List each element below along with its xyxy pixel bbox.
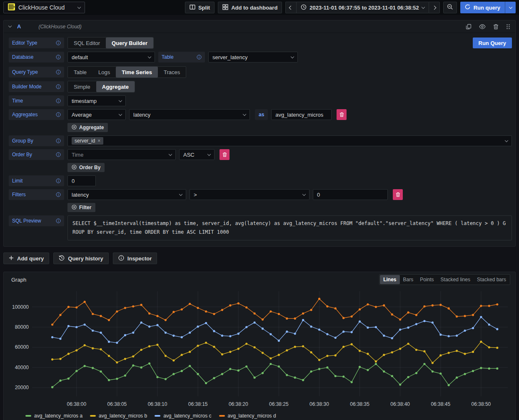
mode-points[interactable]: Points: [417, 275, 437, 284]
order-by-direction-select[interactable]: ASC: [179, 149, 215, 160]
chevron-down-icon: [207, 152, 211, 155]
zoom-out-icon: [447, 4, 453, 11]
legend-swatch: [90, 415, 96, 417]
info-icon[interactable]: [56, 138, 61, 143]
chart-legend: avg_latency_micros aavg_latency_micros b…: [25, 413, 510, 419]
info-icon[interactable]: [56, 40, 61, 45]
run-query-dropdown-button[interactable]: [505, 2, 516, 13]
add-to-dashboard-label: Add to dashboard: [231, 5, 277, 11]
legend-item[interactable]: avg_latency_micros d: [219, 413, 276, 419]
as-badge: as: [255, 109, 268, 120]
info-icon[interactable]: [56, 112, 61, 117]
query-history-button[interactable]: Query history: [53, 252, 109, 264]
panel-run-query-button[interactable]: Run Query: [473, 38, 512, 48]
chevron-down-icon: [291, 55, 294, 58]
database-select[interactable]: default: [67, 52, 155, 62]
aggregate-alias-input[interactable]: [271, 109, 332, 120]
aggregate-function-select[interactable]: Average: [67, 109, 126, 120]
tab-query-builder[interactable]: Query Builder: [106, 38, 153, 48]
mode-stacked-bars[interactable]: Stacked bars: [474, 275, 509, 284]
run-query-button[interactable]: Run query: [460, 2, 505, 13]
time-range-button[interactable]: 2023-11-01 06:37:55 to 2023-11-01 06:38:…: [296, 2, 428, 13]
drag-handle-icon[interactable]: [506, 24, 510, 30]
remove-query-button[interactable]: [493, 24, 499, 30]
add-query-button[interactable]: Add query: [3, 252, 49, 264]
remove-aggregate-button[interactable]: [337, 109, 347, 120]
remove-filter-button[interactable]: [393, 189, 403, 200]
group-by-tag: server_id ×: [72, 137, 103, 145]
time-shift-back-button[interactable]: [285, 2, 296, 13]
info-icon[interactable]: [56, 218, 61, 223]
add-filter-button[interactable]: Filter: [67, 203, 95, 212]
mode-bars[interactable]: Bars: [400, 275, 417, 284]
filter-operator-select[interactable]: >: [190, 189, 309, 200]
filter-field-select[interactable]: latency: [67, 189, 186, 200]
aggregate-column-select[interactable]: latency: [129, 109, 250, 120]
zoom-out-button[interactable]: [443, 2, 457, 13]
tab-simple[interactable]: Simple: [68, 81, 96, 92]
chevron-left-icon: [289, 5, 293, 10]
collapse-chevron-icon[interactable]: [8, 24, 12, 28]
query-ref-id: A: [17, 23, 21, 30]
info-icon[interactable]: [56, 192, 61, 197]
info-icon[interactable]: [56, 84, 61, 89]
time-shift-forward-button[interactable]: [429, 2, 440, 13]
limit-label: Limit: [9, 175, 64, 186]
group-by-select[interactable]: server_id ×: [67, 135, 512, 146]
legend-item[interactable]: avg_latency_micros b: [90, 413, 147, 419]
legend-swatch: [25, 415, 31, 417]
info-icon[interactable]: [56, 98, 61, 103]
chevron-down-icon: [148, 55, 151, 58]
info-icon[interactable]: [56, 152, 61, 157]
graph-panel: Graph Lines Bars Points Stacked lines St…: [3, 272, 516, 420]
chevron-down-icon: [421, 5, 424, 8]
graph-title: Graph: [11, 277, 26, 283]
query-editor-panel: A (ClickHouse Cloud) Editor Type SQL Edi…: [3, 20, 516, 247]
editor-type-tabs: SQL Editor Query Builder: [67, 37, 154, 49]
legend-item[interactable]: avg_latency_micros a: [25, 413, 82, 419]
filter-value-input[interactable]: [313, 189, 388, 200]
add-aggregate-button[interactable]: Aggregate: [67, 123, 108, 132]
duplicate-query-button[interactable]: [466, 24, 472, 30]
order-by-field-select[interactable]: Time: [67, 149, 176, 160]
query-actions: Add query Query history Inspector: [3, 252, 516, 264]
run-query-split-button: Run query: [460, 2, 516, 13]
sql-preview-label: SQL Preview: [9, 215, 64, 226]
legend-item[interactable]: avg_latency_micros c: [155, 413, 211, 419]
plus-icon: [9, 255, 14, 262]
info-icon[interactable]: [197, 55, 202, 60]
inspector-button[interactable]: Inspector: [113, 252, 157, 264]
tab-table[interactable]: Table: [68, 67, 92, 78]
hide-query-button[interactable]: [479, 24, 486, 30]
time-picker-group: 2023-11-01 06:37:55 to 2023-11-01 06:38:…: [285, 2, 439, 13]
graph-header: Graph Lines Bars Points Stacked lines St…: [9, 272, 510, 287]
time-column-select[interactable]: timestamp: [67, 95, 126, 106]
info-circle-icon: [118, 255, 124, 262]
tab-logs[interactable]: Logs: [92, 67, 116, 78]
tab-aggregate[interactable]: Aggregate: [96, 81, 135, 92]
remove-order-by-button[interactable]: [220, 149, 230, 160]
limit-input[interactable]: [67, 175, 96, 186]
top-bar: ClickHouse Cloud Split Add to dashboard …: [0, 0, 519, 15]
remove-tag-icon[interactable]: ×: [97, 138, 100, 144]
info-icon[interactable]: [56, 70, 61, 75]
chevron-down-icon: [302, 192, 306, 195]
tab-time-series[interactable]: Time Series: [116, 67, 158, 78]
split-label: Split: [198, 5, 210, 11]
chevron-down-icon: [509, 5, 512, 8]
info-icon[interactable]: [56, 55, 61, 60]
datasource-picker[interactable]: ClickHouse Cloud: [3, 2, 85, 13]
mode-lines[interactable]: Lines: [380, 275, 399, 284]
dashboard-grid-icon: [222, 4, 228, 11]
table-select[interactable]: server_latency: [208, 52, 298, 62]
tab-sql-editor[interactable]: SQL Editor: [68, 38, 106, 48]
tab-traces[interactable]: Traces: [158, 67, 186, 78]
split-button[interactable]: Split: [185, 2, 215, 13]
add-order-by-button[interactable]: Order By: [67, 163, 105, 172]
filters-label: Filters: [9, 189, 64, 200]
table-label: Table: [158, 52, 205, 62]
info-icon[interactable]: [56, 178, 61, 183]
mode-stacked-lines[interactable]: Stacked lines: [437, 275, 474, 284]
add-to-dashboard-button[interactable]: Add to dashboard: [218, 2, 282, 13]
query-type-tabs: Table Logs Time Series Traces: [67, 66, 186, 78]
